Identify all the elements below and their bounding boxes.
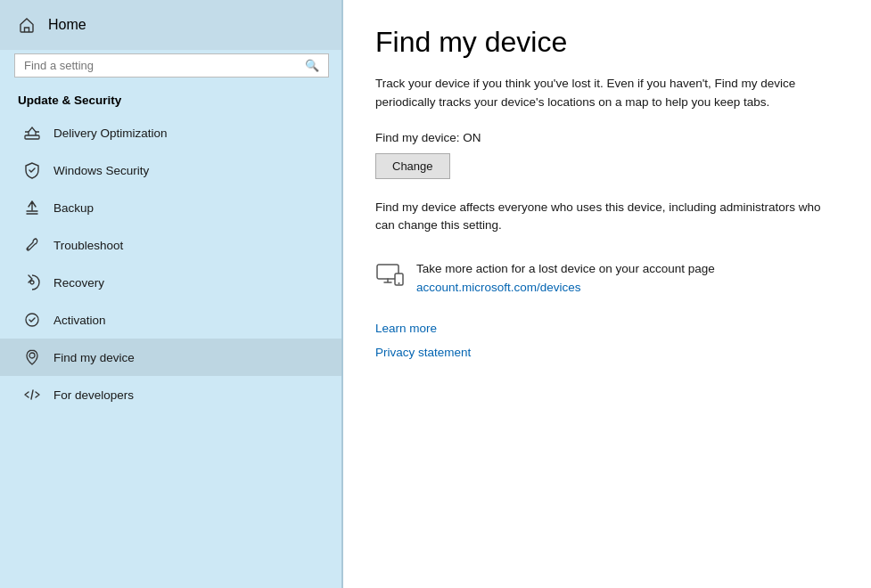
search-box[interactable]: 🔍 bbox=[14, 53, 329, 78]
svg-point-7 bbox=[399, 282, 400, 284]
nav-label: Find my device bbox=[53, 351, 135, 364]
nav-label: Delivery Optimization bbox=[53, 127, 168, 140]
nav-item-windows-security[interactable]: Windows Security bbox=[0, 151, 343, 189]
nav-item-delivery-optimization[interactable]: Delivery Optimization bbox=[0, 114, 343, 151]
search-input[interactable] bbox=[24, 59, 305, 72]
sidebar-item-home[interactable]: Home bbox=[0, 0, 343, 50]
recovery-icon bbox=[23, 274, 41, 291]
account-link[interactable]: account.microsoft.com/devices bbox=[416, 281, 581, 294]
find-device-icon bbox=[23, 348, 41, 366]
svg-point-3 bbox=[26, 314, 38, 326]
change-button[interactable]: Change bbox=[375, 153, 450, 179]
page-title: Find my device bbox=[375, 25, 839, 59]
nav-item-activation[interactable]: Activation bbox=[0, 301, 343, 339]
nav-item-troubleshoot[interactable]: Troubleshoot bbox=[0, 226, 343, 264]
svg-point-1 bbox=[28, 249, 29, 250]
nav-label: Activation bbox=[53, 314, 106, 327]
privacy-statement-link[interactable]: Privacy statement bbox=[375, 346, 839, 359]
footer-links: Learn more Privacy statement bbox=[375, 322, 839, 359]
account-action-text: Take more action for a lost device on yo… bbox=[416, 259, 715, 279]
sidebar: Home 🔍 Update & Security Delivery Optimi… bbox=[0, 0, 343, 588]
device-status: Find my device: ON bbox=[375, 131, 839, 144]
developers-icon bbox=[23, 386, 41, 404]
home-icon bbox=[18, 16, 36, 34]
affect-text: Find my device affects everyone who uses… bbox=[375, 199, 839, 235]
backup-icon bbox=[23, 199, 41, 216]
shield-icon bbox=[23, 161, 41, 179]
search-icon[interactable]: 🔍 bbox=[305, 59, 319, 72]
nav-label: Recovery bbox=[53, 276, 104, 290]
nav-item-for-developers[interactable]: For developers bbox=[0, 376, 343, 413]
description-text: Track your device if you think you've lo… bbox=[375, 75, 839, 111]
svg-rect-0 bbox=[25, 135, 39, 139]
wrench-icon bbox=[23, 236, 41, 254]
delivery-optimization-icon bbox=[23, 124, 41, 142]
nav-label: Backup bbox=[53, 201, 94, 215]
nav-label: Troubleshoot bbox=[53, 239, 123, 252]
nav-item-backup[interactable]: Backup bbox=[0, 189, 343, 226]
account-devices-icon bbox=[375, 261, 404, 290]
nav-label: Windows Security bbox=[53, 164, 149, 177]
sidebar-border bbox=[341, 0, 343, 588]
nav-item-recovery[interactable]: Recovery bbox=[0, 264, 343, 301]
account-text-block: Take more action for a lost device on yo… bbox=[416, 259, 715, 295]
home-label: Home bbox=[48, 17, 86, 33]
activation-icon bbox=[23, 311, 41, 329]
svg-point-2 bbox=[30, 281, 34, 284]
account-section: Take more action for a lost device on yo… bbox=[375, 259, 839, 295]
nav-item-find-my-device[interactable]: Find my device bbox=[0, 339, 343, 376]
svg-point-4 bbox=[29, 353, 35, 358]
nav-label: For developers bbox=[53, 388, 134, 402]
section-title: Update & Security bbox=[0, 88, 343, 114]
learn-more-link[interactable]: Learn more bbox=[375, 322, 839, 335]
main-content: Find my device Track your device if you … bbox=[343, 0, 871, 588]
